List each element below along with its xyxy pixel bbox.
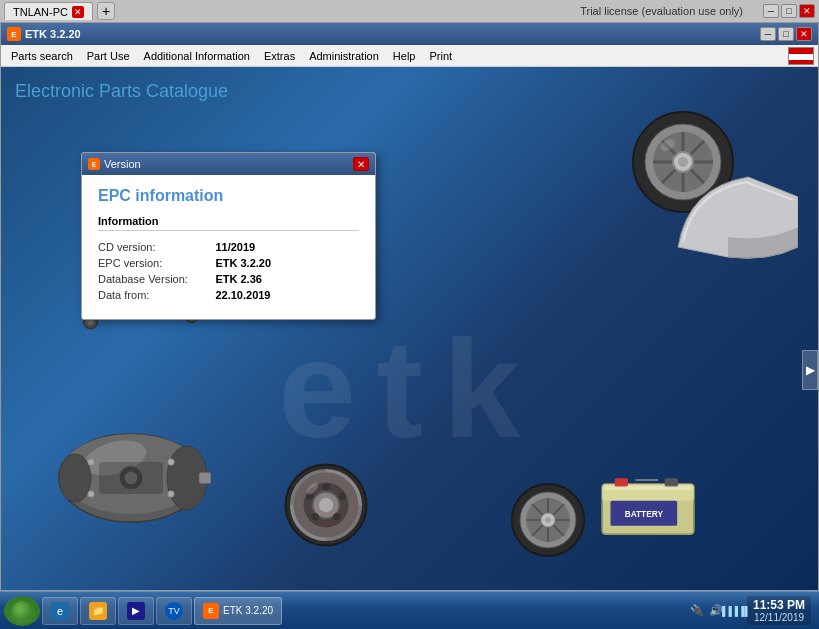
info-table: CD version: 11/2019 EPC version: ETK 3.2… <box>98 239 359 303</box>
svg-rect-42 <box>615 478 628 486</box>
battery-tray-icon[interactable]: ▐▐▐▐▌ <box>727 603 743 619</box>
field-label: EPC version: <box>98 255 215 271</box>
trial-notice: Trial license (evaluation use only) <box>580 5 751 17</box>
fender-part <box>668 167 798 277</box>
transmission-part <box>51 410 211 530</box>
info-section-title: Information <box>98 215 359 231</box>
menu-administration[interactable]: Administration <box>303 48 385 64</box>
taskbar-ie-button[interactable]: e <box>42 597 78 625</box>
dialog-title: Version <box>104 158 353 170</box>
taskbar-file-button[interactable]: 📁 <box>80 597 116 625</box>
menu-help[interactable]: Help <box>387 48 422 64</box>
taskbar-app-label: ETK 3.2.20 <box>223 605 273 616</box>
page-title: Electronic Parts Catalogue <box>15 81 228 102</box>
browser-close[interactable]: ✕ <box>799 4 815 18</box>
media-icon: ▶ <box>127 602 145 620</box>
clock-time: 11:53 PM <box>753 598 805 612</box>
menu-additional-information[interactable]: Additional Information <box>138 48 256 64</box>
svg-point-22 <box>88 459 94 465</box>
app-close-button[interactable]: ✕ <box>796 27 812 41</box>
brake-disc-part <box>281 460 371 550</box>
field-label: CD version: <box>98 239 215 255</box>
svg-rect-26 <box>199 472 211 483</box>
browser-tab-close-button[interactable]: ✕ <box>72 6 84 18</box>
clock-date: 12/11/2019 <box>753 612 805 623</box>
new-tab-button[interactable]: + <box>97 2 115 20</box>
browser-tab-label: TNLAN-PC <box>13 6 68 18</box>
taskbar-teamviewer-button[interactable]: TV <box>156 597 192 625</box>
dialog-icon: E <box>88 158 100 170</box>
browser-maximize[interactable]: □ <box>781 4 797 18</box>
start-button[interactable] <box>4 596 40 626</box>
svg-point-25 <box>168 491 174 497</box>
dialog-body: EPC information Information CD version: … <box>82 175 375 319</box>
svg-point-33 <box>339 492 346 499</box>
file-icon: 📁 <box>89 602 107 620</box>
svg-point-54 <box>545 517 551 523</box>
dialog-heading: EPC information <box>98 187 359 205</box>
ie-icon: e <box>51 602 69 620</box>
menu-extras[interactable]: Extras <box>258 48 301 64</box>
app-maximize-button[interactable]: □ <box>778 27 794 41</box>
taskbar-app-icon: E <box>203 603 219 619</box>
app-titlebar: E ETK 3.2.20 ─ □ ✕ <box>1 23 818 45</box>
field-value: 22.10.2019 <box>215 287 359 303</box>
field-label: Database Version: <box>98 271 215 287</box>
browser-minimize[interactable]: ─ <box>763 4 779 18</box>
app-window: E ETK 3.2.20 ─ □ ✕ Parts search Part Use… <box>0 22 819 591</box>
tray-icons: 🔌 🔊 ▐▐▐▐▌ <box>689 603 743 619</box>
svg-rect-44 <box>605 486 692 490</box>
app-minimize-button[interactable]: ─ <box>760 27 776 41</box>
browser-tab[interactable]: TNLAN-PC ✕ <box>4 2 93 20</box>
clock[interactable]: 11:53 PM 12/11/2019 <box>747 596 811 625</box>
flag-icon[interactable] <box>788 47 814 65</box>
table-row: Data from: 22.10.2019 <box>98 287 359 303</box>
start-button-icon <box>12 601 32 621</box>
svg-point-31 <box>319 498 333 512</box>
browser-tabbar: TNLAN-PC ✕ + Trial license (evaluation u… <box>0 0 819 22</box>
svg-point-32 <box>322 483 329 490</box>
taskbar-app-button[interactable]: E ETK 3.2.20 <box>194 597 282 625</box>
svg-point-23 <box>168 459 174 465</box>
svg-point-24 <box>88 491 94 497</box>
field-value: 11/2019 <box>215 239 359 255</box>
taskbar-media-button[interactable]: ▶ <box>118 597 154 625</box>
taskbar: e 📁 ▶ TV E ETK 3.2.20 🔌 🔊 ▐▐▐▐▌ 11:53 PM… <box>0 591 819 629</box>
field-label: Data from: <box>98 287 215 303</box>
menu-print[interactable]: Print <box>423 48 458 64</box>
menu-part-use[interactable]: Part Use <box>81 48 136 64</box>
network-icon[interactable]: 🔌 <box>689 603 705 619</box>
field-value: ETK 3.2.20 <box>215 255 359 271</box>
parts-illustration: BATTERY <box>1 67 818 590</box>
second-wheel-part <box>508 480 588 560</box>
table-row: Database Version: ETK 2.36 <box>98 271 359 287</box>
battery-part: BATTERY <box>598 470 698 540</box>
field-value: ETK 2.36 <box>215 271 359 287</box>
table-row: EPC version: ETK 3.2.20 <box>98 255 359 271</box>
svg-point-34 <box>333 513 340 520</box>
system-tray: 🔌 🔊 ▐▐▐▐▌ 11:53 PM 12/11/2019 <box>689 596 815 625</box>
app-icon: E <box>7 27 21 41</box>
menu-parts-search[interactable]: Parts search <box>5 48 79 64</box>
window-controls: ─ □ ✕ <box>760 27 812 41</box>
svg-text:BATTERY: BATTERY <box>625 510 664 520</box>
app-title: ETK 3.2.20 <box>25 28 756 40</box>
svg-point-8 <box>678 157 688 167</box>
menubar: Parts search Part Use Additional Informa… <box>1 45 818 67</box>
svg-rect-43 <box>665 478 678 486</box>
svg-point-35 <box>312 513 319 520</box>
table-row: CD version: 11/2019 <box>98 239 359 255</box>
content-area: etk <box>1 67 818 590</box>
svg-point-21 <box>125 472 138 485</box>
dialog-titlebar: E Version ✕ <box>82 153 375 175</box>
svg-point-18 <box>59 454 91 502</box>
dialog-close-button[interactable]: ✕ <box>353 157 369 171</box>
scroll-arrow-right[interactable]: ▶ <box>802 350 818 390</box>
teamviewer-icon: TV <box>165 602 183 620</box>
version-dialog: E Version ✕ EPC information Information … <box>81 152 376 320</box>
